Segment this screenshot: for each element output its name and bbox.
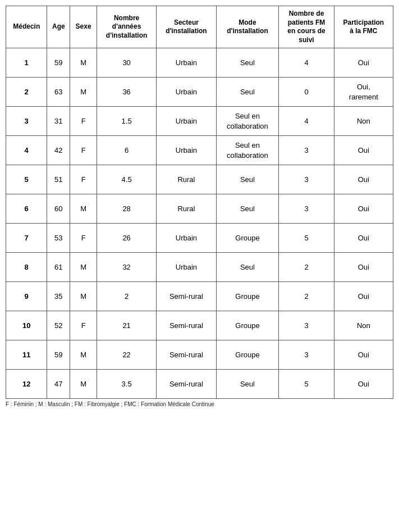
cell-annees: 4.5 (97, 165, 156, 194)
cell-secteur: Urbain (157, 253, 216, 282)
cell-patients: 3 (279, 165, 334, 194)
cell-age: 53 (47, 224, 70, 253)
cell-patients: 5 (279, 224, 334, 253)
table-row: 442F6UrbainSeul en collaboration3Oui (6, 136, 393, 165)
table-row: 861M32UrbainSeul2Oui (6, 253, 393, 282)
cell-participation: Oui (334, 224, 393, 253)
header-age: Age (47, 6, 70, 48)
cell-mode: Groupe (216, 340, 279, 370)
cell-mode: Seul (216, 370, 279, 399)
cell-annees: 21 (97, 311, 156, 340)
header-mode: Mode d'installation (216, 6, 279, 48)
cell-sexe: F (70, 107, 97, 136)
cell-annees: 1.5 (97, 107, 156, 136)
cell-medecin: 5 (6, 165, 47, 194)
cell-age: 31 (47, 107, 70, 136)
header-annees: Nombre d'années d'installation (97, 6, 156, 48)
cell-age: 42 (47, 136, 70, 165)
cell-sexe: F (70, 224, 97, 253)
cell-sexe: M (70, 78, 97, 107)
cell-secteur: Semi-rural (157, 282, 216, 311)
cell-annees: 3.5 (97, 370, 156, 399)
cell-participation: Oui (334, 48, 393, 78)
cell-mode: Seul (216, 78, 279, 107)
cell-mode: Seul (216, 253, 279, 282)
cell-secteur: Urbain (157, 224, 216, 253)
cell-sexe: F (70, 165, 97, 194)
cell-medecin: 12 (6, 370, 47, 399)
cell-sexe: F (70, 311, 97, 340)
table-row: 159M30UrbainSeul4Oui (6, 48, 393, 78)
header-row: Médecin Age Sexe Nombre d'années d'insta… (6, 6, 393, 48)
cell-sexe: M (70, 340, 97, 370)
table-footnote: F : Féminin ; M : Masculin ; FM : Fibrom… (6, 401, 393, 407)
cell-patients: 3 (279, 311, 334, 340)
cell-sexe: M (70, 253, 97, 282)
cell-patients: 5 (279, 370, 334, 399)
cell-mode: Seul en collaboration (216, 136, 279, 165)
cell-participation: Oui (334, 370, 393, 399)
cell-annees: 2 (97, 282, 156, 311)
cell-age: 59 (47, 340, 70, 370)
cell-mode: Seul en collaboration (216, 107, 279, 136)
cell-age: 60 (47, 194, 70, 224)
cell-medecin: 4 (6, 136, 47, 165)
cell-age: 47 (47, 370, 70, 399)
cell-age: 59 (47, 48, 70, 78)
cell-sexe: M (70, 370, 97, 399)
cell-patients: 3 (279, 136, 334, 165)
cell-secteur: Urbain (157, 107, 216, 136)
cell-medecin: 6 (6, 194, 47, 224)
cell-patients: 4 (279, 48, 334, 78)
cell-age: 51 (47, 165, 70, 194)
cell-secteur: Urbain (157, 78, 216, 107)
cell-participation: Oui (334, 165, 393, 194)
cell-patients: 3 (279, 340, 334, 370)
cell-patients: 0 (279, 78, 334, 107)
table-row: 551F4.5RuralSeul3Oui (6, 165, 393, 194)
cell-annees: 30 (97, 48, 156, 78)
cell-secteur: Semi-rural (157, 340, 216, 370)
cell-secteur: Urbain (157, 136, 216, 165)
cell-mode: Groupe (216, 224, 279, 253)
cell-participation: Oui (334, 136, 393, 165)
table-row: 263M36UrbainSeul0Oui, rarement (6, 78, 393, 107)
cell-secteur: Semi-rural (157, 370, 216, 399)
cell-patients: 2 (279, 282, 334, 311)
cell-medecin: 3 (6, 107, 47, 136)
cell-secteur: Semi-rural (157, 311, 216, 340)
cell-mode: Seul (216, 48, 279, 78)
cell-patients: 4 (279, 107, 334, 136)
cell-participation: Oui (334, 282, 393, 311)
cell-participation: Oui (334, 253, 393, 282)
cell-age: 63 (47, 78, 70, 107)
cell-patients: 2 (279, 253, 334, 282)
cell-patients: 3 (279, 194, 334, 224)
table-row: 331F1.5UrbainSeul en collaboration4Non (6, 107, 393, 136)
table-row: 935M2Semi-ruralGroupe2Oui (6, 282, 393, 311)
table-row: 1052F21Semi-ruralGroupe3Non (6, 311, 393, 340)
cell-age: 52 (47, 311, 70, 340)
cell-participation: Oui (334, 340, 393, 370)
table-row: 1247M3.5Semi-ruralSeul5Oui (6, 370, 393, 399)
cell-medecin: 1 (6, 48, 47, 78)
cell-participation: Non (334, 107, 393, 136)
table-row: 753F26UrbainGroupe5Oui (6, 224, 393, 253)
header-medecin: Médecin (6, 6, 47, 48)
cell-sexe: M (70, 282, 97, 311)
cell-participation: Oui (334, 194, 393, 224)
cell-secteur: Urbain (157, 48, 216, 78)
cell-annees: 6 (97, 136, 156, 165)
cell-participation: Oui, rarement (334, 78, 393, 107)
cell-medecin: 2 (6, 78, 47, 107)
cell-medecin: 11 (6, 340, 47, 370)
table-row: 660M28RuralSeul3Oui (6, 194, 393, 224)
cell-secteur: Rural (157, 165, 216, 194)
cell-medecin: 7 (6, 224, 47, 253)
header-sexe: Sexe (70, 6, 97, 48)
cell-secteur: Rural (157, 194, 216, 224)
table-row: 1159M22Semi-ruralGroupe3Oui (6, 340, 393, 370)
cell-annees: 22 (97, 340, 156, 370)
header-participation: Participation à la FMC (334, 6, 393, 48)
cell-mode: Groupe (216, 311, 279, 340)
